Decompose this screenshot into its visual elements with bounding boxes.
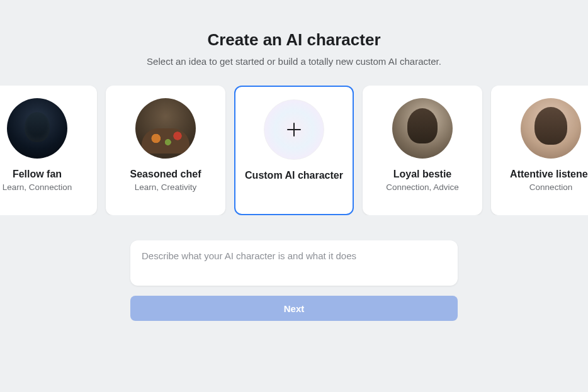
custom-avatar (264, 99, 324, 160)
card-title: Loyal bestie (393, 169, 451, 180)
header: Create an AI character Select an idea to… (0, 30, 588, 67)
fan-avatar (7, 98, 67, 159)
card-custom-ai[interactable]: Custom AI character (234, 86, 354, 215)
plus-icon (286, 121, 302, 138)
card-tags: Connection, Advice (386, 182, 459, 192)
card-seasoned-chef[interactable]: Seasoned chef Learn, Creativity (106, 86, 225, 215)
chef-avatar (135, 98, 196, 159)
card-title: Fellow fan (13, 169, 62, 180)
card-attentive-listener[interactable]: Attentive listener Connection (491, 86, 588, 215)
next-button[interactable]: Next (130, 296, 458, 321)
card-title: Custom AI character (245, 170, 343, 181)
card-loyal-bestie[interactable]: Loyal bestie Connection, Advice (363, 86, 482, 215)
card-title: Seasoned chef (130, 169, 201, 180)
page-title: Create an AI character (0, 30, 588, 50)
card-title: Attentive listener (510, 169, 588, 180)
card-fellow-fan[interactable]: Fellow fan Learn, Connection (0, 86, 97, 215)
card-tags: Learn, Creativity (135, 182, 196, 192)
page-subtitle: Select an idea to get started or build a… (0, 56, 588, 67)
listener-avatar (521, 98, 581, 159)
card-tags: Learn, Connection (3, 182, 72, 192)
form-area: Next (130, 240, 458, 321)
card-tags: Connection (529, 182, 572, 192)
character-cards-row: Fellow fan Learn, Connection Seasoned ch… (0, 86, 588, 215)
create-character-page: Create an AI character Select an idea to… (0, 0, 588, 392)
describe-input[interactable] (130, 240, 458, 286)
bestie-avatar (392, 98, 453, 159)
